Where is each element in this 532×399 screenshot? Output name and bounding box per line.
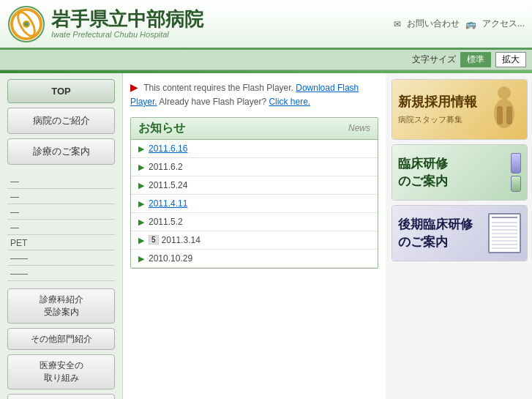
- logo-area: 岩手県立中部病院 Iwate Prefectural Chubu Hospita…: [7, 5, 203, 43]
- bottle-icon: [511, 153, 521, 174]
- news-date: 2011.5.2: [149, 217, 183, 227]
- svg-rect-7: [497, 106, 503, 124]
- news-item: ▶ 2011.5.24: [131, 176, 378, 195]
- fontsize-label: 文字サイズ: [412, 53, 456, 66]
- news-date: 2010.10.29: [149, 253, 192, 264]
- news-date: 2011.5.24: [149, 180, 187, 190]
- sidebar-link-1[interactable]: —: [7, 175, 115, 189]
- news-section: お知らせ News ▶ 2011.6.16 ▶ 2011.6.2 ▶ 2011.…: [130, 117, 378, 269]
- nav-other-dept-button[interactable]: その他部門紹介: [7, 328, 115, 351]
- envelope-icon: ✉: [394, 19, 401, 29]
- header-links: ✉ お問い合わせ 🚌 アクセス...: [394, 18, 525, 30]
- recruit-card-inner: 新規採用情報 病院スタッフ募集: [392, 80, 527, 139]
- sidebar-link-4[interactable]: —: [7, 221, 115, 235]
- bottle-icon: [511, 176, 521, 192]
- news-arrow-icon: ▶: [138, 144, 144, 154]
- right-panel: 新規採用情報 病院スタッフ募集 臨床研修のご案内: [386, 73, 532, 399]
- person-silhouette-icon: [488, 86, 521, 133]
- recruit-subtitle: 病院スタッフ募集: [398, 114, 477, 125]
- content-area: ▶ This content requires the Flash Player…: [123, 73, 386, 399]
- news-item: ▶ 2011.6.16: [131, 140, 378, 158]
- sidebar-link-pet[interactable]: PET: [7, 236, 115, 250]
- booklet-icon: [488, 213, 521, 253]
- sidebar-link-3[interactable]: —: [7, 206, 115, 220]
- news-date-link[interactable]: 2011.4.11: [149, 198, 187, 209]
- clinical-title: 臨床研修のご案内: [398, 155, 448, 190]
- svg-rect-8: [506, 106, 512, 124]
- flash-message: This content requires the Flash Player.: [143, 83, 293, 93]
- news-date: 2011.3.14: [162, 235, 201, 245]
- recruit-title: 新規採用情報: [398, 94, 477, 111]
- medicine-bottles-icon: [511, 153, 521, 192]
- access-link[interactable]: アクセス...: [482, 18, 525, 30]
- news-date: 2011.6.2: [149, 162, 183, 172]
- news-arrow-icon: ▶: [138, 199, 144, 209]
- sidebar-link-2[interactable]: —: [7, 190, 115, 204]
- news-arrow-icon: ▶: [138, 254, 144, 264]
- news-number-badge: 5: [149, 235, 159, 245]
- hospital-name: 岩手県立中部病院 Iwate Prefectural Chubu Hospita…: [51, 9, 203, 39]
- hospital-logo-icon: [7, 5, 45, 43]
- sidebar: TOP 病院のご紹介 診療のご案内 — — — — PET —— —— 診療科紹…: [0, 73, 123, 399]
- svg-point-4: [24, 22, 29, 26]
- svg-point-5: [498, 86, 511, 100]
- lateterm-title: 後期臨床研修のご案内: [398, 216, 473, 251]
- news-arrow-icon: ▶: [138, 163, 144, 172]
- nav-medical-staff-button[interactable]: 医療関係者の方へ: [7, 394, 115, 399]
- flash-notice: ▶ This content requires the Flash Player…: [130, 79, 378, 110]
- nav-top-button[interactable]: TOP: [7, 79, 115, 103]
- clinical-card-inner: 臨床研修のご案内: [392, 145, 527, 200]
- access-icon: 🚌: [465, 19, 476, 29]
- news-item: ▶ 2011.6.2: [131, 158, 378, 176]
- recruit-card[interactable]: 新規採用情報 病院スタッフ募集: [391, 79, 528, 140]
- flash-arrow-icon: ▶: [130, 81, 138, 93]
- header: 岩手県立中部病院 Iwate Prefectural Chubu Hospita…: [0, 0, 532, 50]
- nav-dept-intro-button[interactable]: 診療科紹介受診案内: [7, 288, 115, 324]
- sidebar-link-5[interactable]: ——: [7, 252, 115, 266]
- news-header: お知らせ News: [131, 118, 378, 140]
- news-item: ▶ 2011.5.2: [131, 213, 378, 231]
- news-title: お知らせ: [138, 121, 185, 136]
- hospital-name-japanese: 岩手県立中部病院: [51, 9, 203, 30]
- hospital-name-english: Iwate Prefectural Chubu Hospital: [51, 30, 203, 39]
- nav-divider-2: [7, 283, 115, 288]
- nav-medical-guide-button[interactable]: 診療のご案内: [7, 138, 115, 165]
- news-item: ▶ 5 2011.3.14: [131, 231, 378, 250]
- nav-divider-1: [7, 169, 115, 175]
- contact-link[interactable]: お問い合わせ: [407, 18, 460, 30]
- news-item: ▶ 2011.4.11: [131, 195, 378, 213]
- lateterm-card-inner: 後期臨床研修のご案内: [392, 206, 527, 261]
- news-title-en: News: [348, 123, 370, 133]
- news-arrow-icon: ▶: [138, 181, 144, 190]
- news-item: ▶ 2010.10.29: [131, 250, 378, 268]
- news-arrow-icon: ▶: [138, 217, 144, 227]
- news-arrow-icon: ▶: [138, 236, 144, 245]
- fontsize-large-button[interactable]: 拡大: [495, 52, 526, 67]
- recruit-text-area: 新規採用情報 病院スタッフ募集: [398, 94, 477, 124]
- fontsize-standard-button[interactable]: 標準: [460, 52, 491, 67]
- flash-already-text: Already have Flash Player?: [159, 97, 266, 107]
- main-layout: TOP 病院のご紹介 診療のご案内 — — — — PET —— —— 診療科紹…: [0, 73, 532, 399]
- sidebar-link-6[interactable]: ——: [7, 267, 115, 281]
- nav-safety-button[interactable]: 医療安全の取り組み: [7, 354, 115, 389]
- nav-hospital-intro-button[interactable]: 病院のご紹介: [7, 108, 115, 134]
- fontsize-bar: 文字サイズ 標準 拡大: [0, 50, 532, 70]
- clinical-training-card[interactable]: 臨床研修のご案内: [391, 144, 528, 201]
- flash-click-link[interactable]: Click here.: [269, 97, 310, 107]
- late-term-clinical-card[interactable]: 後期臨床研修のご案内: [391, 205, 528, 261]
- news-date-link[interactable]: 2011.6.16: [149, 143, 187, 154]
